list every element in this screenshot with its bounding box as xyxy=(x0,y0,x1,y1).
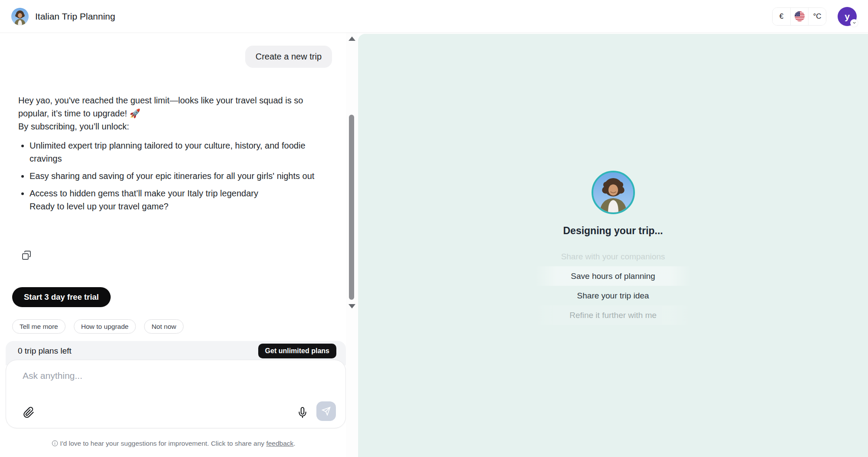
assistant-unlock-line: By subscribing, you’ll unlock: xyxy=(18,120,320,133)
trip-avatar-image xyxy=(11,8,29,25)
quick-reply-row: Tell me more How to upgrade Not now xyxy=(12,319,184,334)
trip-preview-panel: Designing your trip... Share with your c… xyxy=(358,34,868,457)
user-message-bubble: Create a new trip xyxy=(245,46,332,68)
us-flag-icon xyxy=(795,11,805,21)
feedback-period: . xyxy=(293,440,295,447)
scroll-down-arrow[interactable] xyxy=(349,304,355,308)
language-flag-button[interactable] xyxy=(790,8,808,25)
user-initial: y xyxy=(845,11,850,22)
benefit-item: Unlimited expert trip planning tailored … xyxy=(30,139,320,165)
assistant-intro: Hey yao, you've reached the guest limit—… xyxy=(18,94,320,120)
quick-reply-not-now[interactable]: Not now xyxy=(144,319,184,334)
chevron-down-icon xyxy=(850,19,858,27)
feedback-link[interactable]: feedback xyxy=(266,440,293,447)
info-icon xyxy=(52,440,58,447)
plans-left-label: 0 trip plans left xyxy=(18,346,72,356)
page-title: Italian Trip Planning xyxy=(35,11,115,22)
copy-message-button[interactable] xyxy=(20,249,33,262)
quick-reply-tell-me-more[interactable]: Tell me more xyxy=(12,319,66,334)
status-item: Share your trip idea xyxy=(535,286,691,305)
currency-button[interactable]: € xyxy=(773,8,790,25)
chat-scrollbar xyxy=(346,33,358,457)
temperature-unit-button[interactable]: °C xyxy=(808,8,826,25)
app-window: Italian Trip Planning € xyxy=(0,0,868,457)
rocket-emoji: 🚀 xyxy=(129,109,140,118)
status-item: Save hours of planning xyxy=(535,266,691,286)
quick-reply-how-to-upgrade[interactable]: How to upgrade xyxy=(74,319,136,334)
status-carousel: Share with your companions Save hours of… xyxy=(535,247,691,325)
benefit-item: Easy sharing and saving of your epic iti… xyxy=(30,169,320,182)
assistant-message: Hey yao, you've reached the guest limit—… xyxy=(18,94,320,213)
feedback-text: I'd love to hear your suggestions for im… xyxy=(60,440,266,447)
send-button[interactable] xyxy=(316,401,336,421)
voice-input-button[interactable] xyxy=(296,406,309,420)
header-left: Italian Trip Planning xyxy=(11,8,115,25)
scrollbar-thumb[interactable] xyxy=(349,115,354,300)
get-unlimited-plans-button[interactable]: Get unlimited plans xyxy=(258,344,336,358)
send-icon xyxy=(322,407,331,416)
attach-file-button[interactable] xyxy=(22,406,36,420)
paperclip-icon xyxy=(23,407,35,418)
chat-input[interactable] xyxy=(23,367,292,384)
start-free-trial-button[interactable]: Start 3 day free trial xyxy=(12,287,111,307)
status-item: Share with your companions xyxy=(535,247,691,266)
assistant-closing: Ready to level up your travel game? xyxy=(30,200,320,213)
assistant-avatar-image xyxy=(592,171,635,214)
app-header: Italian Trip Planning € xyxy=(0,0,868,33)
microphone-icon xyxy=(297,407,308,419)
chat-panel: Create a new trip Hey yao, you've reache… xyxy=(0,33,347,457)
feedback-footer: I'd love to hear your suggestions for im… xyxy=(0,440,347,447)
benefits-list: Unlimited expert trip planning tailored … xyxy=(18,139,320,213)
designing-trip-title: Designing your trip... xyxy=(358,225,868,237)
user-avatar-menu[interactable]: y xyxy=(838,7,857,26)
scroll-up-arrow[interactable] xyxy=(349,36,355,41)
benefit-item: Access to hidden gems that’ll make your … xyxy=(30,187,320,213)
copy-icon xyxy=(21,250,32,261)
units-segmented-control: € xyxy=(772,7,826,26)
header-right: € xyxy=(772,7,857,26)
status-item: Refine it further with me xyxy=(535,305,691,325)
message-composer xyxy=(6,360,346,428)
